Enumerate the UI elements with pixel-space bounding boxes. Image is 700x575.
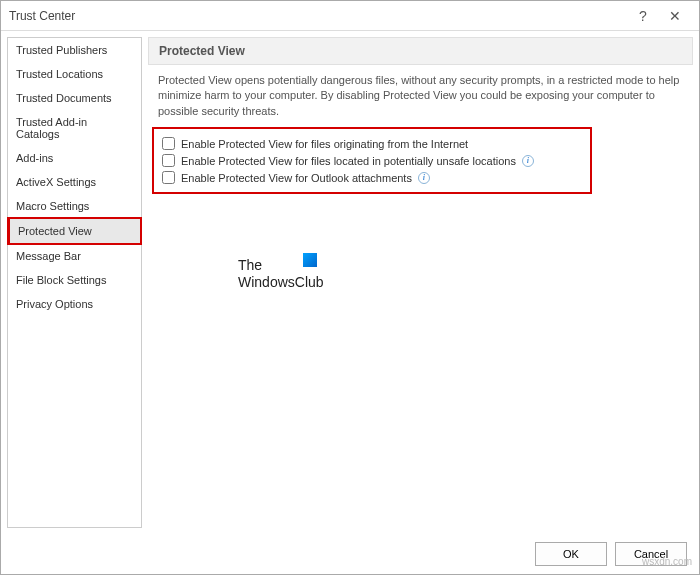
option-outlook-attachments: Enable Protected View for Outlook attach… bbox=[162, 169, 582, 186]
main-panel: Protected View Protected View opens pote… bbox=[148, 37, 693, 528]
sidebar-item-macro-settings[interactable]: Macro Settings bbox=[8, 194, 141, 218]
titlebar: Trust Center ? ✕ bbox=[1, 1, 699, 31]
option-internet-files: Enable Protected View for files originat… bbox=[162, 135, 582, 152]
section-description: Protected View opens potentially dangero… bbox=[148, 73, 693, 127]
checkbox-internet-files[interactable] bbox=[162, 137, 175, 150]
sidebar-item-activex-settings[interactable]: ActiveX Settings bbox=[8, 170, 141, 194]
close-button[interactable]: ✕ bbox=[659, 2, 691, 30]
option-label[interactable]: Enable Protected View for files located … bbox=[181, 155, 516, 167]
image-credit: wsxdn.com bbox=[642, 556, 692, 567]
sidebar-item-privacy-options[interactable]: Privacy Options bbox=[8, 292, 141, 316]
dialog-footer: OK Cancel bbox=[1, 534, 699, 574]
trust-center-window: Trust Center ? ✕ Trusted Publishers Trus… bbox=[0, 0, 700, 575]
sidebar-item-trusted-addin-catalogs[interactable]: Trusted Add-in Catalogs bbox=[8, 110, 141, 146]
options-highlight-box: Enable Protected View for files originat… bbox=[152, 127, 592, 194]
option-label[interactable]: Enable Protected View for Outlook attach… bbox=[181, 172, 412, 184]
help-button[interactable]: ? bbox=[627, 2, 659, 30]
sidebar-item-message-bar[interactable]: Message Bar bbox=[8, 244, 141, 268]
sidebar-item-add-ins[interactable]: Add-ins bbox=[8, 146, 141, 170]
watermark-logo-icon bbox=[303, 253, 317, 267]
sidebar-item-trusted-locations[interactable]: Trusted Locations bbox=[8, 62, 141, 86]
sidebar: Trusted Publishers Trusted Locations Tru… bbox=[7, 37, 142, 528]
info-icon[interactable]: i bbox=[418, 172, 430, 184]
sidebar-item-trusted-publishers[interactable]: Trusted Publishers bbox=[8, 38, 141, 62]
info-icon[interactable]: i bbox=[522, 155, 534, 167]
ok-button[interactable]: OK bbox=[535, 542, 607, 566]
window-title: Trust Center bbox=[9, 9, 627, 23]
watermark: The WindowsClub bbox=[238, 257, 324, 291]
checkbox-outlook-attachments[interactable] bbox=[162, 171, 175, 184]
checkbox-unsafe-locations[interactable] bbox=[162, 154, 175, 167]
option-label[interactable]: Enable Protected View for files originat… bbox=[181, 138, 468, 150]
watermark-line2: WindowsClub bbox=[238, 274, 324, 291]
sidebar-item-file-block-settings[interactable]: File Block Settings bbox=[8, 268, 141, 292]
option-unsafe-locations: Enable Protected View for files located … bbox=[162, 152, 582, 169]
sidebar-item-protected-view[interactable]: Protected View bbox=[7, 217, 142, 245]
section-title: Protected View bbox=[148, 37, 693, 65]
content-area: Trusted Publishers Trusted Locations Tru… bbox=[1, 31, 699, 534]
sidebar-item-trusted-documents[interactable]: Trusted Documents bbox=[8, 86, 141, 110]
